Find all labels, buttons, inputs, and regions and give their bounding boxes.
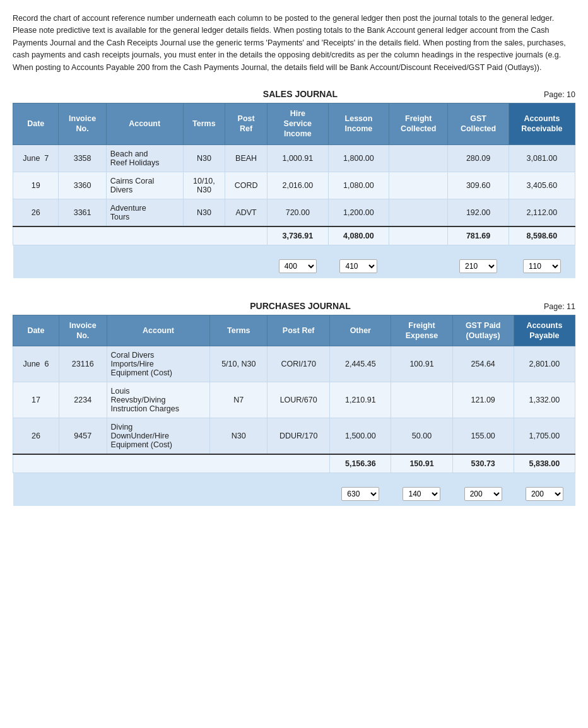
- sales-dropdown-ar[interactable]: 110 100 120: [523, 259, 561, 273]
- sales-row-2: 19 3360 Cairns CoralDivers 10/10,N30 COR…: [13, 172, 575, 199]
- sales-r1-postref: BEAH: [225, 144, 268, 172]
- pur-r2-gst: 121.09: [452, 382, 514, 418]
- pur-totals-row: 5,156.36 150.91 530.73 5,838.00: [13, 454, 575, 473]
- sales-dd-hire-cell: 400 410 420: [268, 254, 329, 278]
- pur-dd-ap-cell: 200 210 220: [514, 482, 575, 506]
- sales-journal-title: SALES JOURNAL: [57, 89, 544, 99]
- sales-total-gst: 781.69: [448, 226, 509, 245]
- pur-col-ap: AccountsPayable: [514, 315, 575, 346]
- pur-col-postref: Post Ref: [268, 315, 330, 346]
- pur-dropdown-ap[interactable]: 200 210 220: [526, 487, 563, 501]
- sales-journal-header: SALES JOURNAL Page: 10: [13, 89, 575, 99]
- sales-dropdown-hire[interactable]: 400 410 420: [279, 259, 317, 273]
- pur-r1-freight: 100.91: [391, 346, 452, 382]
- sales-r1-hire: 1,000.91: [268, 144, 329, 172]
- pur-blank-row: [13, 473, 575, 483]
- pur-dd-other-cell: 630 620 640: [330, 482, 391, 506]
- sales-dd-lesson-cell: 410 400 420: [328, 254, 389, 278]
- sales-col-gst: GSTCollected: [448, 103, 509, 144]
- purchases-journal-table: Date InvoiceNo. Account Terms Post Ref O…: [13, 315, 575, 507]
- pur-r3-postref: DDUR/170: [268, 418, 330, 455]
- pur-r3-account: DivingDownUnder/HireEquipment (Cost): [107, 418, 210, 455]
- pur-r2-postref: LOUR/670: [268, 382, 330, 418]
- sales-col-hire: HireServiceIncome: [268, 103, 329, 144]
- sales-col-account: Account: [106, 103, 183, 144]
- sales-journal-section: SALES JOURNAL Page: 10 Date InvoiceNo. A…: [13, 89, 575, 278]
- purchases-journal-title: PURCHASES JOURNAL: [57, 301, 544, 311]
- purchases-journal-section: PURCHASES JOURNAL Page: 11 Date InvoiceN…: [13, 301, 575, 507]
- sales-r3-date: 26: [13, 199, 59, 226]
- pur-col-date: Date: [13, 315, 59, 346]
- sales-dd-gst-cell: 210 200 220: [448, 254, 509, 278]
- sales-total-lesson: 4,080.00: [328, 226, 389, 245]
- pur-row-1: June 6 23116 Coral DiversImports/HireEqu…: [13, 346, 575, 382]
- sales-r2-freight: [389, 172, 448, 199]
- sales-r2-ar: 3,405.60: [509, 172, 575, 199]
- pur-col-account: Account: [107, 315, 210, 346]
- sales-r1-terms: N30: [183, 144, 225, 172]
- pur-r3-freight: 50.00: [391, 418, 452, 455]
- pur-r3-date: 26: [13, 418, 59, 455]
- sales-total-ar: 8,598.60: [509, 226, 575, 245]
- sales-journal-table: Date InvoiceNo. Account Terms PostRef Hi…: [13, 103, 575, 278]
- pur-row-2: 17 2234 LouisReevsby/DivingInstruction C…: [13, 382, 575, 418]
- purchases-journal-header: PURCHASES JOURNAL Page: 11: [13, 301, 575, 311]
- sales-r3-ar: 2,112.00: [509, 199, 575, 226]
- sales-r3-freight: [389, 199, 448, 226]
- pur-col-freight: FreightExpense: [391, 315, 452, 346]
- sales-col-ar: AccountsReceivable: [509, 103, 575, 144]
- intro-paragraph: Record the chart of account reference nu…: [13, 13, 575, 74]
- pur-r2-terms: N7: [210, 382, 268, 418]
- pur-r1-other: 2,445.45: [330, 346, 391, 382]
- pur-dropdowns-row: 630 620 640 140 130 150 200 210: [13, 482, 575, 506]
- sales-r2-account: Cairns CoralDivers: [106, 172, 183, 199]
- pur-r1-postref: CORI/170: [268, 346, 330, 382]
- pur-r1-gst: 254.64: [452, 346, 514, 382]
- sales-row-1: June 7 3358 Beach andReef Holidays N30 B…: [13, 144, 575, 172]
- pur-r1-terms: 5/10, N30: [210, 346, 268, 382]
- sales-r3-gst: 192.00: [448, 199, 509, 226]
- pur-dropdown-other[interactable]: 630 620 640: [341, 487, 379, 501]
- pur-r3-invoice: 9457: [59, 418, 107, 455]
- sales-dropdown-gst[interactable]: 210 200 220: [459, 259, 497, 273]
- sales-r2-date: 19: [13, 172, 59, 199]
- sales-r2-postref: CORD: [225, 172, 268, 199]
- pur-r2-ap: 1,332.00: [514, 382, 575, 418]
- pur-dd-freight-cell: 140 130 150: [391, 482, 452, 506]
- sales-r2-invoice: 3360: [59, 172, 106, 199]
- sales-r3-account: AdventureTours: [106, 199, 183, 226]
- sales-r1-invoice: 3358: [59, 144, 106, 172]
- pur-dropdown-gst[interactable]: 200 210 220: [464, 487, 502, 501]
- sales-total-freight: [389, 226, 448, 245]
- sales-r3-terms: N30: [183, 199, 225, 226]
- pur-r2-other: 1,210.91: [330, 382, 391, 418]
- pur-total-gst: 530.73: [452, 454, 514, 473]
- sales-col-invoice: InvoiceNo.: [59, 103, 106, 144]
- pur-total-freight: 150.91: [391, 454, 452, 473]
- sales-r2-hire: 2,016.00: [268, 172, 329, 199]
- sales-row-3: 26 3361 AdventureTours N30 ADVT 720.00 1…: [13, 199, 575, 226]
- pur-totals-label: [13, 454, 330, 473]
- sales-dropdowns-row: 400 410 420 410 400 420 210: [13, 254, 575, 278]
- pur-r2-freight: [391, 382, 452, 418]
- sales-journal-page: Page: 10: [544, 90, 575, 99]
- sales-r3-postref: ADVT: [225, 199, 268, 226]
- pur-dropdown-freight[interactable]: 140 130 150: [403, 487, 440, 501]
- sales-dd-ar-cell: 110 100 120: [509, 254, 575, 278]
- sales-dropdown-lesson[interactable]: 410 400 420: [339, 259, 377, 273]
- pur-r1-date: June 6: [13, 346, 59, 382]
- sales-r1-freight: [389, 144, 448, 172]
- sales-r1-date: June 7: [13, 144, 59, 172]
- sales-r2-gst: 309.60: [448, 172, 509, 199]
- sales-totals-label: [13, 226, 268, 245]
- sales-r1-ar: 3,081.00: [509, 144, 575, 172]
- pur-r1-account: Coral DiversImports/HireEquipment (Cost): [107, 346, 210, 382]
- sales-col-terms: Terms: [183, 103, 225, 144]
- pur-r3-gst: 155.00: [452, 418, 514, 455]
- sales-dd-freight-cell: [389, 254, 448, 278]
- sales-r3-hire: 720.00: [268, 199, 329, 226]
- pur-r1-invoice: 23116: [59, 346, 107, 382]
- sales-r2-lesson: 1,080.00: [328, 172, 389, 199]
- pur-r3-other: 1,500.00: [330, 418, 391, 455]
- pur-col-other: Other: [330, 315, 391, 346]
